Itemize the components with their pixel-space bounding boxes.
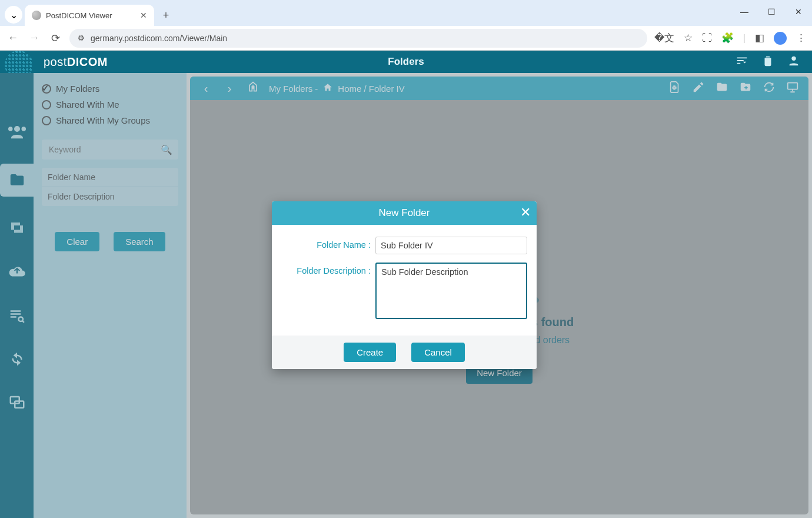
forward-button[interactable]: → <box>27 32 41 44</box>
extensions-icon[interactable]: 🧩 <box>721 32 734 44</box>
trash-icon[interactable] <box>761 54 774 70</box>
folder-info-block: Folder Name Folder Description <box>42 168 178 206</box>
option-shared-with-groups[interactable]: Shared With My Groups <box>42 115 178 125</box>
svg-rect-4 <box>788 82 798 89</box>
sidepanel-icon[interactable]: ◧ <box>755 32 764 44</box>
create-button[interactable]: Create <box>344 343 396 362</box>
nav-back-icon[interactable]: ‹ <box>198 82 214 95</box>
refresh-icon[interactable] <box>761 81 777 97</box>
folder-icon[interactable] <box>714 81 730 97</box>
option-shared-with-me[interactable]: Shared With Me <box>42 99 178 109</box>
rail-sync[interactable] <box>5 347 29 371</box>
profile-button[interactable] <box>774 32 787 45</box>
present-icon[interactable] <box>785 81 800 97</box>
breadcrumb-root: My Folders - <box>269 84 318 94</box>
nav-up-icon[interactable] <box>245 81 261 96</box>
radio-icon <box>42 84 51 94</box>
sort-icon[interactable] <box>736 54 748 70</box>
close-icon[interactable]: ✕ <box>520 205 531 220</box>
breadcrumb-path: Home / Folder IV <box>338 84 404 94</box>
address-bar[interactable]: ⚙ germany.postdicom.com/Viewer/Main <box>69 29 647 48</box>
nav-forward-icon[interactable]: › <box>222 82 237 95</box>
modal-title: New Folder <box>379 207 430 219</box>
favicon-icon <box>32 11 41 20</box>
rail-screens[interactable] <box>5 391 29 414</box>
chevron-down-icon: ⌄ <box>10 9 18 21</box>
folder-name-input[interactable] <box>375 237 527 254</box>
user-icon[interactable] <box>787 54 800 70</box>
new-folder-icon[interactable] <box>738 81 753 97</box>
radio-icon <box>42 116 51 125</box>
rail-folders[interactable] <box>0 164 34 197</box>
app-header: postDICOM Folders <box>0 51 812 73</box>
new-tab-button[interactable]: + <box>158 7 174 24</box>
edit-icon[interactable] <box>691 81 706 97</box>
maximize-button[interactable]: ☐ <box>758 0 785 24</box>
reload-button[interactable]: ⟳ <box>48 32 62 45</box>
close-tab-icon[interactable]: ✕ <box>140 11 147 20</box>
folder-name-label: Folder Name <box>42 168 178 187</box>
add-file-icon[interactable] <box>667 81 683 97</box>
translate-icon[interactable]: �文 <box>654 31 674 45</box>
rail-upload[interactable] <box>5 260 29 284</box>
minimize-button[interactable]: ― <box>731 0 758 24</box>
back-button[interactable]: ← <box>6 32 20 44</box>
search-button[interactable]: Search <box>114 232 165 251</box>
breadcrumb[interactable]: My Folders - Home / Folder IV <box>269 82 405 95</box>
svg-point-1 <box>18 317 23 322</box>
rail-users[interactable] <box>5 120 29 144</box>
content-toolbar: ‹ › My Folders - Home / Folder IV <box>190 77 808 100</box>
folder-name-label: Folder Name : <box>281 237 375 250</box>
screen-icon[interactable]: ⛶ <box>702 32 712 44</box>
search-input[interactable] <box>48 144 161 155</box>
option-label: My Folders <box>56 84 99 94</box>
url-text: germany.postdicom.com/Viewer/Main <box>91 34 227 43</box>
window-controls: ― ☐ ✕ <box>731 0 812 24</box>
folder-desc-label: Folder Description : <box>281 263 375 275</box>
svg-point-0 <box>791 56 796 60</box>
bookmark-icon[interactable]: ☆ <box>684 32 693 44</box>
new-folder-modal: New Folder ✕ Folder Name : Folder Descri… <box>272 201 537 369</box>
tab-search-button[interactable]: ⌄ <box>5 6 22 24</box>
radio-icon <box>42 100 51 109</box>
brand-text: postDICOM <box>44 55 108 69</box>
option-label: Shared With Me <box>56 99 119 109</box>
clear-button[interactable]: Clear <box>55 232 99 251</box>
page-title: Folders <box>388 56 424 68</box>
browser-tab[interactable]: PostDICOM Viewer ✕ <box>25 5 154 26</box>
browser-toolbar: ← → ⟳ ⚙ germany.postdicom.com/Viewer/Mai… <box>0 26 812 51</box>
side-panel: My Folders Shared With Me Shared With My… <box>34 73 187 518</box>
tab-title: PostDICOM Viewer <box>46 11 112 20</box>
rail-cards[interactable] <box>5 217 29 240</box>
modal-header: New Folder ✕ <box>272 201 537 225</box>
keyword-search[interactable]: 🔍 <box>42 140 178 160</box>
home-icon <box>322 82 333 95</box>
site-settings-icon[interactable]: ⚙ <box>78 34 85 42</box>
close-window-button[interactable]: ✕ <box>785 0 812 24</box>
folder-desc-input[interactable] <box>375 263 527 319</box>
menu-icon[interactable]: ⋮ <box>796 32 806 44</box>
browser-titlebar: ⌄ PostDICOM Viewer ✕ + ― ☐ ✕ <box>0 0 812 26</box>
option-label: Shared With My Groups <box>56 115 150 125</box>
rail-list-search[interactable] <box>5 304 29 327</box>
search-icon[interactable]: 🔍 <box>161 144 172 155</box>
cancel-button[interactable]: Cancel <box>411 343 465 362</box>
folder-desc-label: Folder Description <box>42 187 178 206</box>
option-my-folders[interactable]: My Folders <box>42 84 178 94</box>
nav-rail <box>0 73 34 518</box>
